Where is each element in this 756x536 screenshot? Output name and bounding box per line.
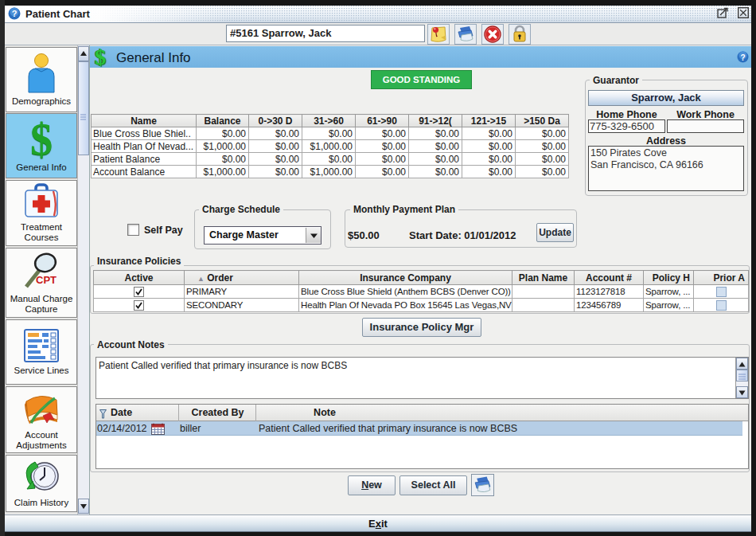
svg-text:?: ? <box>12 9 18 18</box>
svg-text:?: ? <box>740 53 745 62</box>
svg-text:CPT: CPT <box>36 274 57 286</box>
